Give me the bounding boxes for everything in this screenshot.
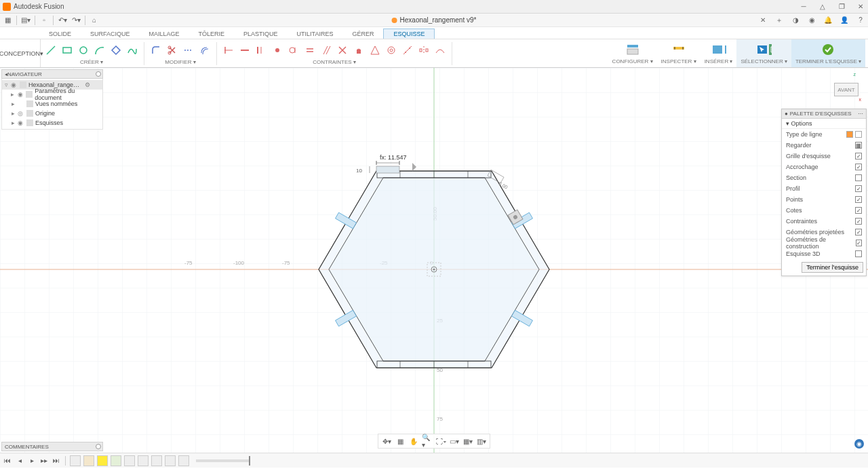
checkbox[interactable]: ✓: [855, 229, 862, 235]
collapse-icon[interactable]: [96, 444, 101, 449]
tab-esquisse[interactable]: ESQUISSE: [383, 29, 435, 39]
view-cube[interactable]: AVANT z x: [829, 72, 861, 105]
horizontal-constraint-icon[interactable]: [239, 44, 251, 56]
timeline-marker[interactable]: [249, 456, 250, 466]
terminer-esquisse-button[interactable]: TERMINER L'ESQUISSE ▾: [791, 39, 865, 67]
checkbox[interactable]: ✓: [855, 218, 862, 225]
offset-tool-icon[interactable]: [199, 44, 211, 56]
timeline-next-icon[interactable]: ▸▸: [39, 456, 49, 466]
viewport-icon[interactable]: ▥▾: [476, 436, 487, 447]
line-type-toggle[interactable]: [846, 131, 862, 138]
display-icon[interactable]: ▭▾: [449, 436, 460, 447]
collinear-constraint-icon[interactable]: [401, 44, 414, 56]
timeline-feature-4[interactable]: [111, 455, 121, 466]
tab-plastique[interactable]: PLASTIQUE: [234, 29, 288, 39]
workspace-selector[interactable]: CONCEPTION ▾: [3, 39, 41, 67]
concentric-constraint-icon[interactable]: [385, 44, 397, 56]
window-close[interactable]: ✕: [856, 2, 865, 12]
timeline-feature-5[interactable]: [124, 455, 135, 466]
coincident-constraint-icon[interactable]: [271, 44, 283, 56]
trim-tool-icon[interactable]: [166, 44, 178, 56]
timeline-end-icon[interactable]: ⏭: [52, 456, 61, 466]
dimension-tool-icon[interactable]: [222, 44, 235, 56]
tab-solide[interactable]: SOLIDE: [39, 29, 81, 39]
tree-item-origine[interactable]: ▸◎ Origine: [2, 109, 102, 118]
grid-setting-icon[interactable]: ▦▾: [462, 436, 473, 447]
zoom-icon[interactable]: 🔍▾: [422, 436, 433, 447]
save-icon[interactable]: ▫: [39, 16, 49, 25]
grid-menu-icon[interactable]: ▦: [3, 16, 12, 25]
fix-constraint-icon[interactable]: [353, 44, 365, 56]
polygon-tool-icon[interactable]: [110, 44, 122, 56]
timeline-feature-3-active[interactable]: [97, 455, 108, 466]
file-menu-icon[interactable]: ▤▾: [21, 16, 31, 25]
feedback-icon[interactable]: ◉: [854, 439, 864, 449]
tangent-constraint-icon[interactable]: [288, 44, 300, 56]
job-status-icon[interactable]: ◉: [807, 16, 816, 25]
fillet-tool-icon[interactable]: [150, 44, 162, 56]
timeline-feature-8[interactable]: [165, 455, 176, 466]
home-icon[interactable]: ⌂: [90, 16, 99, 25]
document-tab[interactable]: Hexaonal_rangement v9*: [392, 16, 477, 24]
checkbox[interactable]: ✓: [855, 185, 862, 192]
tab-utilitaires[interactable]: UTILITAIRES: [288, 29, 343, 39]
selectionner-button[interactable]: SÉLECTIONNER ▾: [736, 39, 791, 67]
tab-gerer[interactable]: GÉRER: [342, 29, 383, 39]
inserer-button[interactable]: INSÉRER ▾: [701, 39, 737, 67]
sketch-palette-title[interactable]: ● PALETTE D'ESQUISSES⋯: [782, 109, 866, 119]
new-tab-icon[interactable]: ✕: [758, 16, 768, 25]
help-icon[interactable]: ?: [856, 16, 865, 25]
arc-tool-icon[interactable]: [94, 44, 106, 56]
curvature-constraint-icon[interactable]: [434, 44, 446, 56]
timeline-feature-6[interactable]: [138, 455, 149, 466]
extensions-icon[interactable]: ◑: [791, 16, 800, 25]
redo-icon[interactable]: ↷▾: [71, 16, 81, 25]
timeline-feature-9[interactable]: [178, 455, 189, 466]
checkbox[interactable]: [855, 174, 862, 181]
finish-sketch-button[interactable]: Terminer l'esquisse: [802, 262, 863, 273]
fit-icon[interactable]: ⛶▾: [435, 436, 446, 447]
checkbox[interactable]: ✓: [855, 207, 862, 214]
checkbox[interactable]: ✓: [856, 240, 862, 246]
tree-item-parametres[interactable]: ▸◉ Paramètres du document: [2, 90, 102, 99]
timeline-prev-icon[interactable]: ◂: [15, 456, 24, 466]
timeline-feature-7[interactable]: [151, 455, 162, 466]
notifications-icon[interactable]: 🔔: [823, 16, 833, 25]
perpendicular-constraint-icon[interactable]: [336, 44, 349, 56]
rectangle-tool-icon[interactable]: [61, 44, 73, 56]
window-restore[interactable]: ❐: [837, 2, 846, 12]
sketch-palette-options[interactable]: ▾ Options: [782, 119, 866, 129]
browser-header[interactable]: ◂ NAVIGATEUR: [1, 69, 103, 79]
group-label[interactable]: MODIFIER ▾: [165, 59, 195, 65]
timeline-track[interactable]: [196, 459, 250, 462]
timeline-feature-2[interactable]: [83, 455, 94, 466]
timeline-feature-1[interactable]: [70, 455, 81, 466]
symmetry-constraint-icon[interactable]: [418, 44, 430, 56]
configurer-button[interactable]: CONFIGURER ▾: [608, 39, 657, 67]
window-minimize[interactable]: ─: [799, 2, 808, 12]
checkbox[interactable]: ✓: [855, 196, 862, 203]
collapse-icon[interactable]: [96, 71, 101, 77]
tab-tolerie[interactable]: TÔLERIE: [189, 29, 235, 39]
tab-surfacique[interactable]: SURFACIQUE: [81, 29, 140, 39]
viewcube-face-front[interactable]: AVANT: [834, 83, 859, 96]
checkbox[interactable]: ✓: [855, 153, 862, 159]
sketch-canvas[interactable]: -75 -100 -75 -25 0 25 50 75 50.00: [0, 68, 868, 468]
orbit-icon[interactable]: ✥▾: [381, 436, 392, 447]
timeline-play-icon[interactable]: ▸: [27, 456, 37, 466]
lookat-button[interactable]: ▦: [855, 142, 862, 149]
checkbox[interactable]: ✓: [855, 164, 862, 170]
lookat-icon[interactable]: ▦: [395, 436, 406, 447]
group-label[interactable]: CONTRAINTES ▾: [313, 59, 356, 65]
checkbox[interactable]: [855, 250, 862, 257]
circle-tool-icon[interactable]: [77, 44, 90, 56]
midpoint-constraint-icon[interactable]: [369, 44, 381, 56]
line-tool-icon[interactable]: [45, 44, 57, 56]
pan-icon[interactable]: ✋: [408, 436, 419, 447]
user-icon[interactable]: 👤: [840, 16, 849, 25]
timeline-start-icon[interactable]: ⏮: [3, 456, 12, 466]
tab-maillage[interactable]: MAILLAGE: [140, 29, 189, 39]
group-label[interactable]: CRÉER ▾: [80, 59, 103, 65]
undo-icon[interactable]: ↶▾: [58, 16, 67, 25]
parallel-constraint-icon[interactable]: [320, 44, 332, 56]
